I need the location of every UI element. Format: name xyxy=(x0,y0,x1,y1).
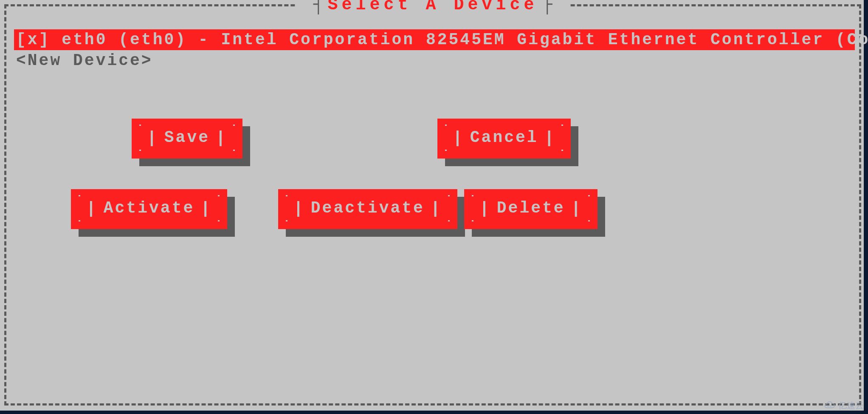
title-pipe-left: ┤ xyxy=(313,0,323,14)
button-border-icon xyxy=(472,195,473,221)
button-pipe: | xyxy=(200,199,212,218)
button-border-icon xyxy=(139,125,141,151)
activate-button-label: Activate xyxy=(104,200,194,216)
button-border-icon xyxy=(233,125,235,151)
button-pipe: | xyxy=(431,199,442,218)
device-item-eth0[interactable]: [x] eth0 (eth0) - Intel Corporation 8254… xyxy=(14,29,855,50)
watermark: 亿速云 xyxy=(823,400,864,411)
button-pipe: | xyxy=(216,129,227,147)
cancel-button-label: Cancel xyxy=(470,130,538,146)
button-pipe: | xyxy=(453,129,464,147)
svg-point-0 xyxy=(828,405,829,406)
button-border-icon xyxy=(218,195,220,221)
button-pipe: | xyxy=(293,199,305,218)
dialog-title: Select A Device xyxy=(327,0,538,14)
delete-button-label: Delete xyxy=(497,200,565,216)
deactivate-button-label: Deactivate xyxy=(311,200,425,216)
button-border-icon xyxy=(286,195,287,221)
button-pipe: | xyxy=(571,199,583,218)
button-border-icon xyxy=(445,125,447,151)
button-pipe: | xyxy=(147,129,158,147)
cancel-button[interactable]: | Cancel | xyxy=(437,119,571,159)
activate-button[interactable]: | Activate | xyxy=(71,189,227,229)
button-border-icon xyxy=(79,195,80,221)
delete-button[interactable]: | Delete | xyxy=(464,189,597,229)
dialog-title-bar: ┤Select A Device├ xyxy=(296,0,569,14)
title-pipe-right: ├ xyxy=(542,0,552,14)
dialog-panel: ┤Select A Device├ [x] eth0 (eth0) - Inte… xyxy=(0,0,864,411)
button-border-icon xyxy=(588,195,590,221)
deactivate-button[interactable]: | Deactivate | xyxy=(278,189,457,229)
button-pipe: | xyxy=(86,199,98,218)
device-list: [x] eth0 (eth0) - Intel Corporation 8254… xyxy=(14,29,855,71)
save-button[interactable]: | Save | xyxy=(132,119,242,159)
button-pipe: | xyxy=(479,199,491,218)
button-border-icon xyxy=(448,195,450,221)
device-item-new[interactable]: <New Device> xyxy=(14,50,855,71)
save-button-label: Save xyxy=(164,130,210,146)
button-pipe: | xyxy=(544,129,556,147)
button-border-icon xyxy=(561,125,563,151)
cloud-icon xyxy=(823,401,836,411)
watermark-text: 亿速云 xyxy=(838,400,864,411)
dialog-border: ┤Select A Device├ [x] eth0 (eth0) - Inte… xyxy=(4,4,861,405)
